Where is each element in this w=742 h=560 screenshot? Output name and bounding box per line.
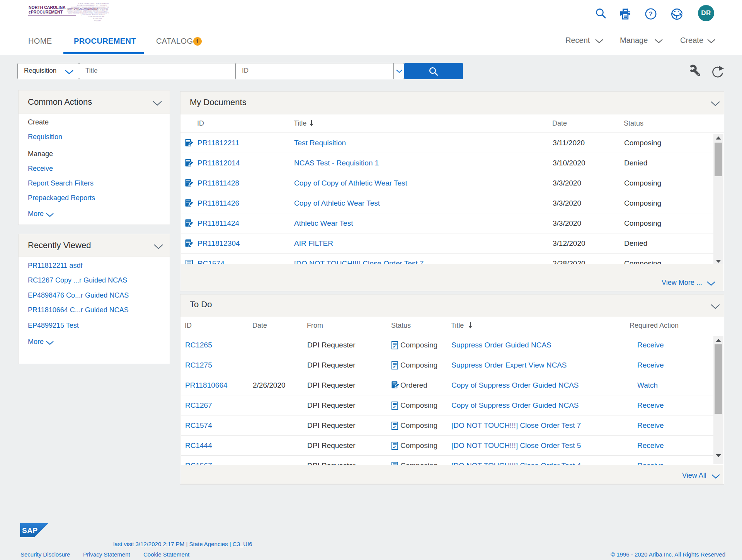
svg-text:?: ?: [649, 11, 653, 17]
svg-text:SAP: SAP: [22, 526, 38, 534]
